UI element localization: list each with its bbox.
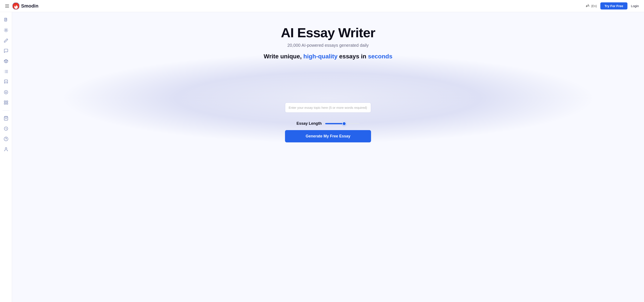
svg-text:A: A bbox=[5, 91, 7, 93]
svg-rect-6 bbox=[4, 101, 6, 102]
essay-length-slider-track bbox=[325, 123, 360, 124]
widgets-icon bbox=[4, 100, 8, 105]
smodin-logo-icon bbox=[12, 3, 19, 10]
hamburger-menu-icon[interactable] bbox=[5, 5, 9, 8]
sidebar-item-support[interactable] bbox=[2, 124, 10, 133]
ai-icon bbox=[4, 28, 8, 33]
svg-point-11 bbox=[4, 137, 8, 141]
sidebar-item-ai[interactable] bbox=[2, 26, 10, 35]
slider-thumb[interactable] bbox=[342, 122, 346, 125]
lang-label: (En) bbox=[591, 4, 597, 8]
hero-title: AI Essay Writer bbox=[281, 25, 375, 40]
essay-length-label: Essay Length bbox=[296, 121, 322, 126]
sidebar-item-help[interactable] bbox=[2, 135, 10, 143]
hero-section: AI Essay Writer 20,000 AI-powered essays… bbox=[12, 12, 644, 70]
language-selector[interactable]: A (En) bbox=[586, 4, 597, 9]
logo[interactable]: Smodin bbox=[12, 3, 38, 10]
input-section bbox=[12, 102, 644, 113]
sidebar-item-profile[interactable] bbox=[2, 145, 10, 154]
main-content: AI Essay Writer 20,000 AI-powered essays… bbox=[12, 12, 644, 302]
sidebar-item-library[interactable] bbox=[2, 78, 10, 86]
library-icon bbox=[4, 79, 8, 84]
hero-tagline: Write unique, high-quality essays in sec… bbox=[264, 53, 392, 60]
pencil-icon bbox=[4, 38, 8, 43]
sidebar-item-document[interactable] bbox=[2, 16, 10, 24]
support-icon bbox=[4, 126, 8, 131]
chat-icon bbox=[4, 49, 8, 53]
navbar: Smodin A (En) Try For Free Login bbox=[0, 0, 644, 12]
cart-icon bbox=[4, 116, 8, 121]
svg-rect-8 bbox=[4, 103, 6, 104]
svg-rect-7 bbox=[6, 101, 8, 102]
sidebar-item-list[interactable] bbox=[2, 67, 10, 76]
essay-topic-input[interactable] bbox=[285, 102, 371, 113]
navbar-right: A (En) Try For Free Login bbox=[586, 2, 639, 10]
tagline-highlight2: seconds bbox=[368, 53, 392, 60]
translate-icon: A bbox=[586, 4, 590, 9]
navbar-left: Smodin bbox=[5, 3, 38, 10]
profile-icon bbox=[4, 147, 8, 152]
sidebar-divider bbox=[2, 110, 10, 110]
document-icon bbox=[4, 18, 8, 22]
sidebar-item-text[interactable]: A bbox=[2, 88, 10, 96]
sidebar-item-widgets[interactable] bbox=[2, 98, 10, 107]
svg-rect-9 bbox=[6, 103, 8, 104]
blob-container: See it for yourself: Get a free essay by… bbox=[12, 70, 644, 142]
sidebar-item-feedback[interactable] bbox=[2, 57, 10, 66]
app-layout: A bbox=[0, 12, 644, 302]
svg-text:A: A bbox=[586, 6, 587, 7]
svg-point-12 bbox=[5, 147, 7, 149]
tagline-highlight1: high-quality bbox=[303, 53, 338, 60]
generate-essay-button[interactable]: Generate My Free Essay bbox=[285, 130, 371, 142]
tagline-part2: essays in bbox=[338, 53, 368, 60]
hero-subtitle: 20,000 AI-powered essays generated daily bbox=[287, 43, 369, 48]
login-button[interactable]: Login bbox=[631, 4, 639, 8]
feedback-icon bbox=[4, 59, 8, 64]
slider-section: Essay Length Generate My Free Essay bbox=[12, 121, 644, 142]
tagline-part1: Write unique, bbox=[264, 53, 304, 60]
text-a-icon: A bbox=[4, 90, 8, 95]
sidebar-item-write[interactable] bbox=[2, 36, 10, 45]
essay-length-row: Essay Length bbox=[296, 121, 360, 126]
sidebar-item-chat[interactable] bbox=[2, 47, 10, 55]
svg-point-3 bbox=[5, 29, 7, 31]
sidebar: A bbox=[0, 12, 12, 302]
sidebar-item-cart[interactable] bbox=[2, 114, 10, 122]
list-icon bbox=[4, 69, 8, 74]
help-icon bbox=[4, 136, 8, 141]
logo-text: Smodin bbox=[21, 3, 38, 9]
hero-description: See it for yourself: Get a free essay by… bbox=[264, 81, 392, 90]
try-for-free-button[interactable]: Try For Free bbox=[600, 2, 628, 10]
slider-fill bbox=[325, 123, 344, 124]
